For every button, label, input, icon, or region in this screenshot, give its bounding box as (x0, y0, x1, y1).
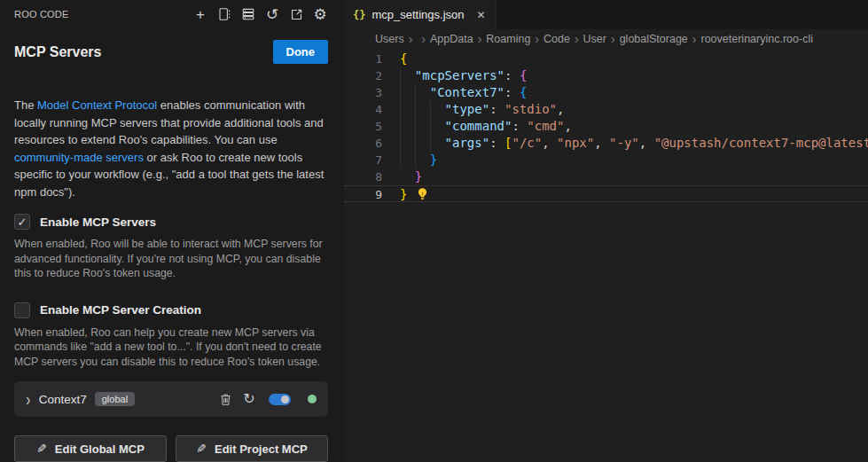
indent-guide (400, 67, 401, 84)
code-token (400, 68, 415, 82)
enable-mcp-servers-checkbox[interactable]: ✓ (14, 214, 30, 230)
code-line[interactable]: 1{ (343, 51, 868, 67)
code-token: : (504, 85, 520, 99)
code-token (400, 102, 445, 116)
enable-mcp-creation-description: When enabled, Roo can help you create ne… (14, 325, 328, 370)
server-row-context7[interactable]: › Context7 global ↻ (14, 381, 328, 417)
code-token: "cmd" (527, 119, 564, 133)
breadcrumb-item[interactable]: Users (375, 33, 404, 45)
breadcrumb-separator-icon: › (611, 32, 615, 46)
breadcrumb-separator-icon: › (421, 32, 426, 46)
chevron-right-icon[interactable]: › (26, 390, 30, 408)
mcp-server-icon[interactable] (240, 6, 256, 22)
code-token (400, 119, 445, 133)
breadcrumb-separator-icon: › (692, 32, 697, 46)
indent-guide (400, 135, 401, 152)
done-button[interactable]: Done (273, 40, 329, 64)
trash-icon[interactable] (217, 391, 233, 407)
edit-global-mcp-button[interactable]: ✎ Edit Global MCP (14, 435, 167, 462)
line-number: 1 (343, 51, 382, 67)
breadcrumb-item[interactable]: rooveterinaryinc.roo-cli (701, 33, 813, 45)
lightbulb-icon[interactable] (401, 170, 414, 184)
code-token: , (594, 136, 609, 150)
check-icon: ✓ (18, 215, 27, 229)
indent-guide (415, 101, 416, 118)
code-token: "command" (445, 119, 512, 133)
breadcrumb-item[interactable]: Code (543, 33, 570, 45)
indent-guide (415, 135, 416, 152)
line-content: } (400, 168, 422, 185)
community-made-servers-link[interactable]: community-made servers (14, 151, 144, 164)
code-token: : (504, 68, 520, 82)
panel-toolbar: + (192, 6, 328, 22)
line-content: { (400, 51, 407, 67)
history-icon[interactable]: ↺ (264, 6, 280, 22)
line-number: 6 (343, 135, 382, 152)
gear-icon[interactable]: ⚙ (312, 6, 328, 22)
code-token (400, 136, 445, 150)
edit-global-label: Edit Global MCP (55, 442, 145, 456)
code-token: } (430, 153, 437, 167)
indent-guide (415, 84, 416, 101)
page-title: MCP Servers (14, 44, 101, 60)
enable-mcp-servers-row: ✓ Enable MCP Servers (14, 214, 328, 230)
roo-code-panel: ROO CODE + (0, 0, 343, 462)
enable-mcp-servers-description: When enabled, Roo will be able to intera… (14, 237, 328, 281)
server-enabled-toggle[interactable] (269, 394, 291, 405)
plus-icon[interactable]: + (192, 6, 208, 22)
code-token: : (489, 102, 504, 116)
model-context-protocol-link[interactable]: Model Context Protocol (37, 98, 157, 112)
line-number: 9 (343, 186, 382, 201)
indent-guide (400, 152, 401, 168)
code-token: , (542, 136, 557, 150)
intro-paragraph: The Model Context Protocol enables commu… (14, 97, 328, 200)
tab-mcp-settings-json[interactable]: {} mcp_settings.json ✕ (343, 0, 497, 29)
code-token: "@upstash/context7-mcp@latest" (654, 136, 868, 150)
enable-mcp-creation-checkbox[interactable] (14, 302, 30, 318)
code-line[interactable]: 3 "Context7": { (343, 84, 868, 101)
code-token: , (639, 136, 654, 150)
code-line[interactable]: 8 } (343, 168, 868, 185)
server-name: Context7 (39, 393, 87, 406)
code-token: : (489, 136, 504, 150)
breadcrumb: Users››AppData›Roaming›Code›User›globalS… (343, 29, 868, 49)
code-line[interactable]: 4 "type": "stdio", (343, 101, 868, 118)
breadcrumb-item[interactable]: Roaming (486, 33, 530, 45)
edit-project-mcp-button[interactable]: ✎ Edit Project MCP (176, 435, 328, 462)
code-line[interactable]: 2 "mcpServers": { (343, 67, 868, 84)
code-editor[interactable]: 1{2 "mcpServers": {3 "Context7": {4 "typ… (343, 49, 868, 462)
breadcrumb-item[interactable]: globalStorage (620, 33, 688, 45)
open-in-editor-icon[interactable] (288, 6, 304, 22)
json-file-icon: {} (353, 9, 365, 21)
code-token: "stdio" (504, 102, 557, 116)
vscode-window: ROO CODE + (0, 0, 868, 462)
line-number: 7 (343, 152, 382, 168)
code-line[interactable]: 9} (343, 185, 868, 202)
breadcrumb-separator-icon: › (575, 32, 579, 46)
breadcrumb-item[interactable]: AppData (430, 33, 473, 45)
breadcrumb-separator-icon: › (478, 32, 482, 46)
edit-buttons-row: ✎ Edit Global MCP ✎ Edit Project MCP (14, 435, 328, 462)
indent-guide (430, 101, 431, 118)
breadcrumb-item[interactable]: User (583, 33, 606, 45)
line-number: 4 (343, 101, 382, 118)
code-token: { (520, 68, 527, 82)
panel-title: ROO CODE (14, 9, 69, 20)
restart-icon[interactable]: ↻ (241, 391, 257, 407)
line-content: } (400, 152, 437, 168)
line-content: "args": ["/c", "npx", "-y", "@upstash/co… (400, 135, 868, 152)
code-token: { (520, 85, 527, 99)
close-icon[interactable]: ✕ (477, 9, 486, 21)
code-token: } (415, 169, 422, 184)
pencil-icon: ✎ (196, 442, 207, 456)
notebook-icon[interactable] (216, 6, 232, 22)
enable-mcp-creation-row: Enable MCP Server Creation (14, 302, 328, 318)
indent-guide (430, 135, 431, 152)
code-line[interactable]: 7 } (343, 152, 868, 168)
code-line[interactable]: 6 "args": ["/c", "npx", "-y", "@upstash/… (343, 135, 868, 152)
indent-guide (415, 152, 416, 168)
code-line[interactable]: 5 "command": "cmd", (343, 118, 868, 135)
line-content: "Context7": { (400, 84, 527, 101)
indent-guide (400, 118, 401, 135)
code-token: "npx" (557, 136, 594, 150)
